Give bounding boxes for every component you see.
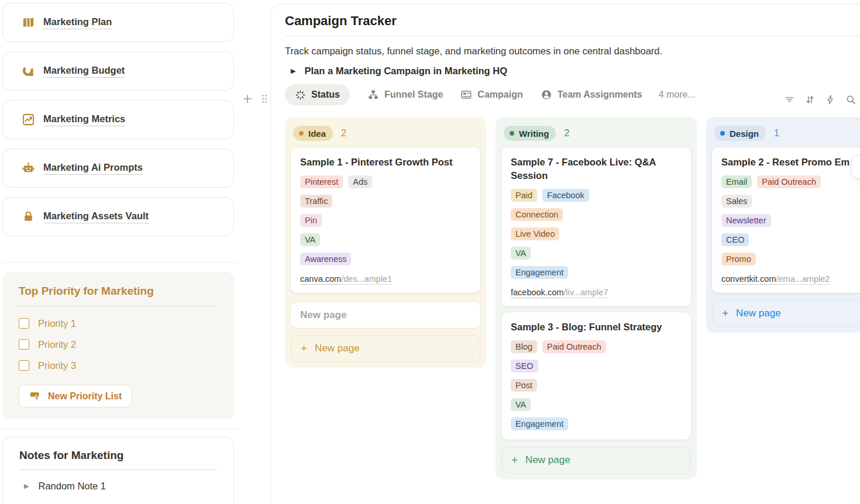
column-header: Writing 2 <box>500 122 692 146</box>
note-toggle-row[interactable]: ▶ Random Note 2 <box>19 500 217 504</box>
donut-chart-icon <box>22 64 35 78</box>
view-tabs-bar: Status Funnel Stage Campaign Team Assign… <box>285 84 860 105</box>
card-title: Sample 3 - Blog: Funnel Strategy <box>511 320 682 334</box>
card-url: canva.com/des...ample1 <box>300 274 471 284</box>
filter-icon[interactable] <box>784 94 795 105</box>
notes-card-title: Notes for Marketing <box>19 449 217 462</box>
card-url-domain[interactable]: canva.com <box>300 274 341 285</box>
new-priority-list-button[interactable]: New Priority List <box>19 385 132 408</box>
person-icon <box>541 89 552 101</box>
card-hover-menu-button[interactable] <box>851 155 860 178</box>
new-page-button-writing[interactable]: + New page <box>501 447 691 474</box>
tag-row: Pin <box>300 214 471 227</box>
tab-label: Team Assignments <box>558 89 642 100</box>
sort-icon[interactable] <box>804 94 816 105</box>
column-name: Design <box>730 129 759 139</box>
card-url-path[interactable]: /des...ample1 <box>341 274 392 285</box>
org-chart-icon <box>367 89 379 101</box>
card-url-path[interactable]: /liv...ample7 <box>563 288 608 298</box>
sidebar-item-marketing-plan[interactable]: Marketing Plan <box>2 3 234 42</box>
sidebar-item-marketing-budget[interactable]: Marketing Budget <box>2 51 234 91</box>
more-views-link[interactable]: 4 more... <box>659 89 696 100</box>
tag: Newsletter <box>721 214 771 227</box>
priority-3-checkbox[interactable] <box>19 360 29 371</box>
sidebar-item-label: Marketing Ai Prompts <box>43 162 143 175</box>
note-label: Random Note 2 <box>38 500 106 504</box>
plan-campaign-toggle[interactable]: ▶ Plan a Marketing Campaign in Marketing… <box>285 65 860 77</box>
title-divider <box>285 36 860 36</box>
tag-row: Promo <box>721 253 860 265</box>
tag: Promo <box>721 253 756 265</box>
board-card-sample-3[interactable]: Sample 3 - Blog: Funnel Strategy Blog Pa… <box>501 312 691 440</box>
column-count: 2 <box>341 128 346 139</box>
priority-2-checkbox[interactable] <box>19 339 29 350</box>
board-card-sample-1[interactable]: Sample 1 - Pinterest Growth Post Pintere… <box>291 147 480 293</box>
search-icon[interactable] <box>845 94 856 105</box>
tag-row: SEO <box>511 360 682 372</box>
drag-handle-icon[interactable] <box>259 93 270 105</box>
new-page-button-design[interactable]: + New page <box>712 300 860 327</box>
column-count: 2 <box>564 128 569 139</box>
tag: VA <box>511 398 531 411</box>
new-page-button-idea[interactable]: + New page <box>291 335 480 362</box>
robot-icon <box>22 161 35 175</box>
tag: CEO <box>721 233 749 246</box>
sidebar-item-label: Marketing Budget <box>43 65 125 78</box>
tab-team-assignments[interactable]: Team Assignments <box>541 89 642 101</box>
column-idea: Idea 2 Sample 1 - Pinterest Growth Post … <box>285 117 486 368</box>
todo-label: Priority 3 <box>38 360 76 371</box>
card-url-path[interactable]: /ema...ample2 <box>776 274 830 285</box>
card-url-domain[interactable]: facebook.com <box>511 288 563 298</box>
lock-icon <box>22 210 35 223</box>
tag: Engagement <box>511 417 568 430</box>
add-block-icon[interactable] <box>242 93 253 105</box>
sidebar-divider <box>2 262 238 263</box>
divider <box>19 306 218 306</box>
todo-row: Priority 3 <box>19 358 218 373</box>
tab-label: Status <box>311 89 340 100</box>
divider <box>19 470 217 470</box>
note-label: Random Note 1 <box>38 478 106 493</box>
tag: Connection <box>511 208 563 221</box>
tag-row: Newsletter <box>721 214 860 227</box>
column-status-pill[interactable]: Writing <box>504 126 556 141</box>
plus-icon: + <box>722 307 728 320</box>
card-title: Sample 2 - Reset Promo Em <box>721 156 860 169</box>
priority-1-checkbox[interactable] <box>19 318 29 329</box>
tag-row: Pinterest Ads <box>300 175 471 188</box>
sidebar-item-label: Marketing Metrics <box>43 113 125 126</box>
card-title: Sample 7 - Facebook Live: Q&A Session <box>511 156 682 182</box>
board-card-sample-2[interactable]: Sample 2 - Reset Promo Em Email Paid Out… <box>712 147 860 293</box>
card-url: facebook.com/liv...ample7 <box>511 288 682 297</box>
column-status-pill[interactable]: Design <box>714 126 766 141</box>
todo-row: Priority 1 <box>19 316 218 331</box>
tab-status[interactable]: Status <box>285 84 350 105</box>
card-icon <box>460 89 472 101</box>
card-title: Sample 1 - Pinterest Growth Post <box>300 156 471 169</box>
empty-new-page-card[interactable]: New page <box>291 302 480 328</box>
tag-row: Live Video <box>511 227 682 240</box>
new-page-label: New page <box>736 308 781 319</box>
lightning-icon[interactable] <box>825 94 836 105</box>
todo-label: Priority 2 <box>38 339 76 350</box>
tab-funnel-stage[interactable]: Funnel Stage <box>367 89 443 101</box>
tag: SEO <box>511 360 538 372</box>
sidebar-item-marketing-assets-vault[interactable]: Marketing Assets Vault <box>2 197 234 236</box>
tab-label: Funnel Stage <box>384 89 443 100</box>
tag-row: Email Paid Outreach <box>721 175 860 188</box>
tag-row: Engagement <box>511 266 682 279</box>
tag-row: Engagement <box>511 417 682 430</box>
board-card-sample-7[interactable]: Sample 7 - Facebook Live: Q&A Session Pa… <box>501 147 691 306</box>
main-content-card: Campaign Tracker Track campaign status, … <box>270 4 860 504</box>
sidebar-item-marketing-ai-prompts[interactable]: Marketing Ai Prompts <box>2 149 234 188</box>
sidebar-item-marketing-metrics[interactable]: Marketing Metrics <box>2 100 234 139</box>
note-toggle-row[interactable]: ▶ Random Note 1 <box>19 478 217 493</box>
column-status-pill[interactable]: Idea <box>293 126 333 141</box>
column-count: 1 <box>774 128 779 139</box>
card-url-domain[interactable]: convertkit.com <box>721 274 776 285</box>
tag: Pinterest <box>300 175 343 188</box>
todo-label: Priority 1 <box>38 318 76 329</box>
tab-campaign[interactable]: Campaign <box>460 89 522 101</box>
page-description: Track campaign status, funnel stage, and… <box>285 46 860 57</box>
toggle-triangle-icon: ▶ <box>24 500 29 504</box>
